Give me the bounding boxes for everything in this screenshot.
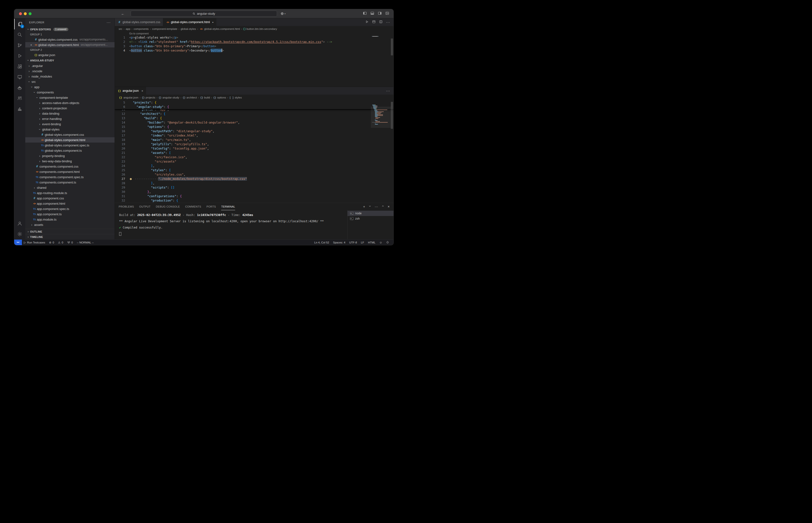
open-editor-global-styles.component.html[interactable]: ●<>global-styles.component.htmlsrc/app/c… xyxy=(25,42,115,48)
breadcrumb-item-app[interactable]: app xyxy=(126,28,130,30)
code-line-19[interactable]: 19 "polyfills": "src/polyfills.ts", xyxy=(115,142,394,146)
code-editor-html[interactable]: Go to component 1<p>global-styles works!… xyxy=(115,32,394,87)
breadcrumb-item-global-styles.component.html[interactable]: <>global-styles.component.html xyxy=(199,28,240,30)
code-line-25[interactable]: 25 "styles": [ xyxy=(115,168,394,173)
toggle-primary-sidebar-icon[interactable] xyxy=(363,11,367,16)
section-outline[interactable]: ›OUTLINE xyxy=(25,229,115,234)
tree-item-assets[interactable]: ›assets xyxy=(25,222,115,227)
activity-search-icon[interactable] xyxy=(14,30,25,40)
code-line-12[interactable]: 12 "architect": { xyxy=(115,112,394,116)
panel-tab-output[interactable]: OUTPUT xyxy=(139,203,151,210)
open-editors-header[interactable]: › OPEN EDITORS 1 unsaved xyxy=(25,26,115,32)
close-tab-icon[interactable]: × xyxy=(141,89,143,93)
run-file-icon[interactable] xyxy=(365,20,369,24)
tree-item-content-projection[interactable]: ›content-projection xyxy=(25,106,115,111)
editor-tab-angular.json[interactable]: {}angular.json× xyxy=(115,87,146,95)
code-line-11[interactable]: 11 "prefix": "app", xyxy=(115,110,394,112)
editor-tab-global-styles.component.css[interactable]: #global-styles.component.css xyxy=(115,18,163,26)
code-line-5[interactable]: 5 "projects": { xyxy=(115,101,394,105)
terminal-output[interactable]: Build at: 2025-02-04T23:35:39.495Z - Has… xyxy=(115,210,347,239)
breadcrumb-item-src[interactable]: src xyxy=(119,28,122,30)
breadcrumb-item-options[interactable]: {}options xyxy=(213,96,226,99)
command-center-search[interactable]: angular-study xyxy=(131,11,277,17)
terminal-session-zsh[interactable]: >_zsh xyxy=(347,216,394,221)
breadcrumb-item-projects[interactable]: {}projects xyxy=(142,96,155,99)
customize-layout-icon[interactable] xyxy=(385,11,389,16)
activity-explorer-icon[interactable]: 1 xyxy=(14,19,25,30)
breadcrumb-item-angular.json[interactable]: {}angular.json xyxy=(119,96,138,99)
tree-item-data-binding[interactable]: ›data-binding xyxy=(25,111,115,116)
toggle-panel-icon[interactable] xyxy=(371,11,374,16)
code-line-24[interactable]: 24 ], xyxy=(115,164,394,168)
code-line-21[interactable]: 21 "assets": [ xyxy=(115,151,394,155)
tree-item-app-routing.module.ts[interactable]: TSapp-routing.module.ts xyxy=(25,190,115,196)
panel-tab-terminal[interactable]: TERMINAL xyxy=(221,203,235,210)
tree-item-access-native-dom-objects[interactable]: ›access-native-dom-objects xyxy=(25,100,115,106)
tree-item-global-styles.component.css[interactable]: #global-styles.component.css xyxy=(25,132,115,137)
maximize-panel-icon[interactable] xyxy=(381,204,384,209)
tree-item-app.module.ts[interactable]: TSapp.module.ts xyxy=(25,217,115,222)
code-line-16[interactable]: 16 "outputPath": "dist/angular-study", xyxy=(115,129,394,133)
tree-item-property-binding[interactable]: ›property-binding xyxy=(25,153,115,159)
breadcrumb-item-styles[interactable]: [ ]styles xyxy=(229,96,242,99)
minimize-window-button[interactable] xyxy=(24,12,27,15)
status-feedback[interactable]: ☺ xyxy=(377,239,384,245)
activity-account-icon[interactable] xyxy=(14,218,25,229)
new-terminal-icon[interactable]: + xyxy=(363,205,365,209)
code-line-22[interactable]: 22 "src/favicon.ico", xyxy=(115,155,394,159)
tree-item-src[interactable]: ›src xyxy=(25,79,115,84)
status-notifications[interactable] xyxy=(384,239,391,245)
status-encoding[interactable]: UTF-8 xyxy=(347,239,359,245)
status-remote-indicator[interactable]: >< xyxy=(14,239,22,245)
more-actions-icon[interactable]: ··· xyxy=(386,89,390,93)
tree-item-global-styles[interactable]: ›global-styles xyxy=(25,127,115,132)
breadcrumb-item-global-styles[interactable]: global-styles xyxy=(181,28,196,30)
breadcrumb-item-architect[interactable]: {}architect xyxy=(183,96,197,99)
terminal-profile-dropdown-icon[interactable] xyxy=(368,204,372,209)
code-line-32[interactable]: 32 "production": { xyxy=(115,198,394,203)
status-problems-errors[interactable]: ⊘0 xyxy=(47,239,56,245)
breadcrumb-item-button.btn.btn-secondary[interactable]: button.btn.btn-secondary xyxy=(243,28,277,30)
section-timeline[interactable]: ›TIMELINE xyxy=(25,234,115,239)
status-language-mode[interactable]: HTML xyxy=(366,239,377,245)
minimap-bottom[interactable] xyxy=(372,102,390,125)
tree-item-component-template[interactable]: ›component-template xyxy=(25,95,115,100)
minimap-top[interactable] xyxy=(372,33,390,37)
code-line-15[interactable]: 15 "options": { xyxy=(115,125,394,129)
tree-item-.angular[interactable]: ›.angular xyxy=(25,63,115,68)
code-line-20[interactable]: 20 "tsConfig": "tsconfig.app.json", xyxy=(115,146,394,151)
panel-tab-ports[interactable]: PORTS xyxy=(207,203,216,210)
code-editor-json[interactable]: 5 "projects": {6 "angular-study": { 11 "… xyxy=(115,101,394,203)
code-line-6[interactable]: 6 "angular-study": { xyxy=(115,105,394,109)
code-line-14[interactable]: 14 "builder": "@angular-devkit/build-ang… xyxy=(115,121,394,125)
tree-item-components.component.ts[interactable]: TScomponents.component.ts xyxy=(25,180,115,185)
breadcrumb-item-angular-study[interactable]: {}angular-study xyxy=(158,96,179,99)
tree-item-node_modules[interactable]: ›node_modules xyxy=(25,74,115,79)
open-editor-global-styles.component.css[interactable]: #global-styles.component.csssrc/app/comp… xyxy=(25,37,115,42)
profile-menu[interactable]: ▾ xyxy=(280,12,286,15)
tree-item-global-styles.component.spec.ts[interactable]: TSglobal-styles.component.spec.ts xyxy=(25,143,115,148)
tree-item-global-styles.component.html[interactable]: <>global-styles.component.html xyxy=(25,137,115,143)
activity-run-debug-icon[interactable] xyxy=(14,51,25,61)
explorer-more-actions-icon[interactable]: ··· xyxy=(107,20,111,24)
tree-item-components.component.css[interactable]: #components.component.css xyxy=(25,164,115,169)
tree-item-app.component.html[interactable]: <>app.component.html xyxy=(25,201,115,206)
tree-item-app.component.ts[interactable]: TSapp.component.ts xyxy=(25,212,115,217)
tree-item-error-handling[interactable]: ›error-handling xyxy=(25,116,115,121)
tree-item-app.component.css[interactable]: #app.component.css xyxy=(25,196,115,201)
maximize-window-button[interactable] xyxy=(29,12,32,15)
code-line-18[interactable]: 18 "main": "src/main.ts", xyxy=(115,138,394,142)
code-line-2[interactable]: 2<!-- <link rel="stylesheet" href="https… xyxy=(115,40,394,44)
tree-item-.vscode[interactable]: ›.vscode xyxy=(25,68,115,74)
tree-item-components.component.html[interactable]: <>components.component.html xyxy=(25,169,115,174)
tree-item-event-binding[interactable]: ›event-binding xyxy=(25,121,115,127)
activity-settings-icon[interactable] xyxy=(14,229,25,239)
panel-more-actions-icon[interactable]: ··· xyxy=(375,205,378,209)
code-line-4[interactable]: 4<button class="btn btn-secondary">Secon… xyxy=(115,49,394,53)
tree-item-global-styles.component.ts[interactable]: TSglobal-styles.component.ts xyxy=(25,148,115,153)
close-panel-icon[interactable]: × xyxy=(388,205,390,209)
codelens-go-to-component[interactable]: Go to component xyxy=(115,32,394,35)
code-line-17[interactable]: 17 "index": "src/index.html", xyxy=(115,133,394,138)
status-forwarded-ports[interactable]: 0 xyxy=(65,239,75,245)
code-line-28[interactable]: 28 ], xyxy=(115,181,394,185)
